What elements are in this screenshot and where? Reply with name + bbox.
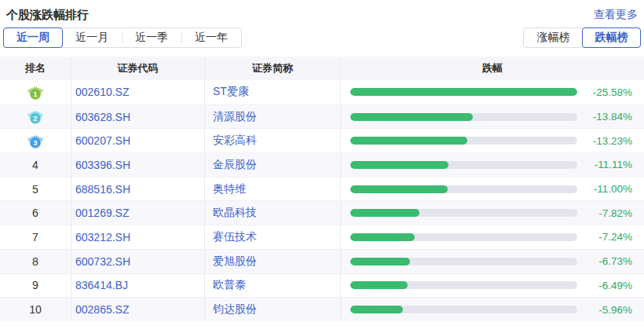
tab-board-跌幅榜[interactable]: 跌幅榜 (582, 27, 641, 48)
change-cell: -11.00% (340, 178, 644, 201)
table-row: 10 002865.SZ 钧达股份 -5.96% (0, 297, 644, 321)
svg-text:3: 3 (33, 138, 37, 147)
change-bar-fill (350, 185, 448, 193)
change-bar-track (350, 137, 577, 145)
change-bar-track (350, 113, 577, 121)
tab-period-近一月[interactable]: 近一月 (62, 28, 122, 47)
stock-code-link[interactable]: 836414.BJ (71, 274, 204, 298)
stock-name-link[interactable]: 欧晶科技 (204, 201, 340, 225)
change-bar-fill (350, 281, 408, 289)
table-row: 2 603628.SH 清源股份 -13.84% (0, 104, 644, 129)
table-row: 4 603396.SH 金辰股份 -11.11% (0, 152, 644, 177)
change-bar-track (350, 161, 577, 169)
table-row: 1 002610.SZ ST爱康 -25.58% (0, 80, 644, 104)
change-bar-track (350, 233, 577, 241)
svg-text:1: 1 (33, 90, 38, 98)
change-bar-track (350, 306, 577, 313)
stock-code-link[interactable]: 600207.SH (71, 129, 204, 152)
rank-cell: 5 (0, 178, 71, 201)
table-row: 8 600732.SH 爱旭股份 -6.73% (0, 249, 644, 273)
stock-rank-panel: 个股涨跌幅排行 查看更多 近一周近一月近一季近一年 涨幅榜跌幅榜 排名 证券代码… (0, 0, 644, 326)
tab-period-近一年[interactable]: 近一年 (181, 28, 241, 47)
stock-code-link[interactable]: 603396.SH (71, 153, 204, 177)
rank-medal-icon: 1 (27, 84, 44, 101)
change-bar-track (350, 88, 577, 96)
change-cell: -11.11% (340, 153, 644, 177)
change-cell: -7.24% (340, 225, 644, 249)
stock-name-link[interactable]: 金辰股份 (204, 153, 340, 177)
table-row: 7 603212.SH 赛伍技术 -7.24% (0, 225, 644, 249)
page-title: 个股涨跌幅排行 (6, 8, 89, 23)
table-row: 6 001269.SZ 欧晶科技 -7.82% (0, 200, 644, 225)
stock-code-link[interactable]: 603628.SH (71, 105, 204, 129)
change-percent-label: -6.49% (577, 280, 632, 291)
rank-medal-icon: 2 (27, 108, 44, 125)
column-header-change: 跌幅 (340, 57, 644, 80)
tab-board-涨幅榜[interactable]: 涨幅榜 (524, 28, 583, 47)
rank-medal-icon: 3 (27, 133, 44, 149)
change-bar-track (350, 281, 577, 289)
change-percent-label: -25.58% (577, 86, 632, 98)
change-cell: -6.73% (340, 250, 644, 273)
tab-period-近一周[interactable]: 近一周 (3, 27, 63, 48)
change-bar-track (350, 258, 577, 266)
change-percent-label: -5.96% (577, 304, 632, 316)
tab-period-近一季[interactable]: 近一季 (122, 28, 181, 47)
change-percent-label: -13.23% (577, 135, 632, 147)
change-bar-fill (350, 209, 419, 217)
stock-name-link[interactable]: 安彩高科 (204, 129, 340, 152)
change-bar-fill (350, 137, 467, 145)
rank-cell: 3 (0, 129, 71, 152)
stock-code-link[interactable]: 001269.SZ (71, 201, 204, 225)
change-percent-label: -13.84% (577, 111, 632, 123)
change-percent-label: -11.00% (577, 183, 632, 195)
stock-name-link[interactable]: 赛伍技术 (204, 225, 340, 249)
rank-cell: 7 (0, 225, 71, 249)
stock-code-link[interactable]: 600732.SH (71, 250, 204, 273)
change-percent-label: -7.82% (577, 207, 632, 219)
stock-code-link[interactable]: 002610.SZ (71, 80, 204, 104)
change-cell: -7.82% (340, 201, 644, 225)
stock-name-link[interactable]: 欧普泰 (204, 274, 340, 298)
board-tab-group: 涨幅榜跌幅榜 (523, 27, 641, 48)
stock-name-link[interactable]: 清源股份 (204, 105, 340, 129)
rank-cell: 9 (0, 274, 71, 298)
change-cell: -13.84% (340, 105, 644, 129)
change-bar-fill (350, 88, 577, 96)
change-cell: -25.58% (340, 80, 644, 104)
stock-name-link[interactable]: ST爱康 (204, 80, 340, 104)
change-bar-track (350, 185, 577, 193)
rank-cell: 6 (0, 201, 71, 225)
rank-cell: 2 (0, 105, 71, 129)
column-header-name: 证券简称 (204, 57, 340, 80)
table-header: 排名 证券代码 证券简称 跌幅 (0, 57, 644, 80)
column-header-rank: 排名 (0, 57, 71, 80)
table-row: 5 688516.SH 奥特维 -11.00% (0, 177, 644, 201)
stock-name-link[interactable]: 爱旭股份 (204, 250, 340, 273)
change-bar-fill (350, 233, 415, 241)
svg-text:2: 2 (33, 114, 37, 123)
change-bar-track (350, 209, 577, 217)
table-row: 3 600207.SH 安彩高科 -13.23% (0, 128, 644, 152)
stock-name-link[interactable]: 钧达股份 (204, 298, 340, 321)
change-percent-label: -11.11% (577, 159, 632, 170)
rank-cell: 4 (0, 153, 71, 177)
stock-name-link[interactable]: 奥特维 (204, 178, 340, 201)
rank-cell: 8 (0, 250, 71, 273)
change-cell: -6.49% (340, 274, 644, 298)
change-bar-fill (350, 113, 473, 121)
table-body: 1 002610.SZ ST爱康 -25.58% 2 603628.SH 清源股… (0, 80, 644, 326)
change-percent-label: -7.24% (577, 231, 632, 243)
change-bar-fill (350, 306, 403, 313)
change-cell: -13.23% (340, 129, 644, 152)
change-percent-label: -6.73% (577, 255, 632, 267)
view-more-link[interactable]: 查看更多 (594, 8, 638, 22)
controls-row: 近一周近一月近一季近一年 涨幅榜跌幅榜 (0, 24, 644, 52)
panel-header: 个股涨跌幅排行 查看更多 (0, 0, 644, 24)
table-row: 9 836414.BJ 欧普泰 -6.49% (0, 273, 644, 298)
change-cell: -5.96% (340, 298, 644, 321)
stock-code-link[interactable]: 688516.SH (71, 178, 204, 201)
stock-code-link[interactable]: 002865.SZ (71, 298, 204, 321)
stock-code-link[interactable]: 603212.SH (71, 225, 204, 249)
rank-cell: 1 (0, 80, 71, 104)
